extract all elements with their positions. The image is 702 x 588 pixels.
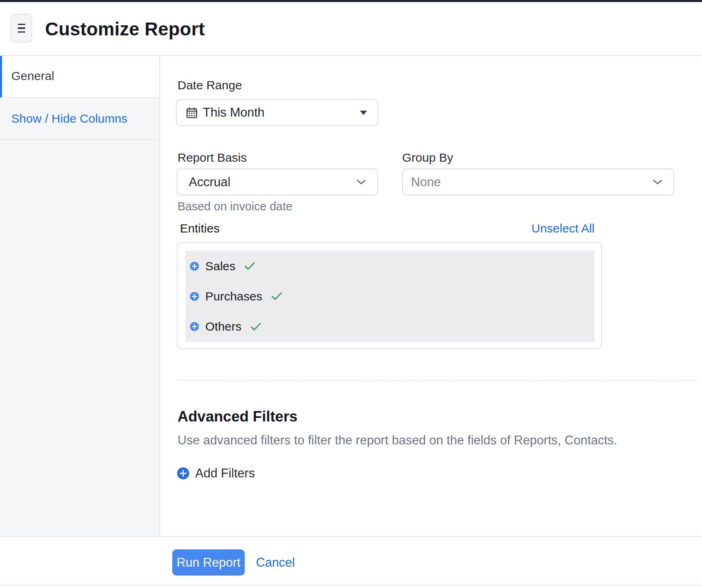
group-by-select[interactable]: None <box>402 169 674 195</box>
add-filters-button[interactable]: Add Filters <box>177 465 255 481</box>
date-range-value: This Month <box>203 105 264 120</box>
advanced-filters-title: Advanced Filters <box>178 408 297 425</box>
report-basis-helper: Based on invoice date <box>178 200 292 213</box>
plus-circle-icon[interactable] <box>190 292 199 301</box>
group-by-value: None <box>411 175 441 189</box>
entities-box: Sales Purchases <box>177 242 602 349</box>
entity-label: Sales <box>205 259 235 273</box>
sidebar-item-show-hide-columns[interactable]: Show / Hide Columns <box>0 98 159 140</box>
entities-list: Sales Purchases <box>186 251 595 342</box>
sidebar-item-general[interactable]: General <box>0 56 159 98</box>
entity-row-sales[interactable]: Sales <box>186 251 595 281</box>
entity-row-others[interactable]: Others <box>186 312 595 342</box>
calendar-icon <box>186 107 198 119</box>
section-divider <box>176 380 696 381</box>
entity-row-purchases[interactable]: Purchases <box>186 281 595 311</box>
chevron-down-icon <box>357 179 366 185</box>
entities-label: Entities <box>180 222 219 235</box>
run-report-button[interactable]: Run Report <box>172 549 245 576</box>
entity-label: Purchases <box>205 290 262 303</box>
sidebar-item-show-hide-columns-label: Show / Hide Columns <box>11 112 127 125</box>
customize-report-page: Customize Report General Show / Hide Col… <box>0 0 702 588</box>
header: Customize Report <box>0 2 702 56</box>
entity-label: Others <box>205 320 242 333</box>
date-range-select[interactable]: This Month <box>176 99 378 126</box>
report-basis-value: Accrual <box>189 175 230 189</box>
group-by-label: Group By <box>402 151 453 164</box>
hamburger-icon <box>18 24 25 33</box>
general-panel: Date Range This Month Report Basis Accru… <box>160 56 702 536</box>
check-icon <box>250 323 261 331</box>
plus-circle-icon[interactable] <box>190 262 199 271</box>
sidebar-item-general-label: General <box>11 69 54 82</box>
plus-circle-icon <box>177 467 189 479</box>
plus-circle-icon[interactable] <box>190 322 199 331</box>
report-basis-label: Report Basis <box>178 151 247 164</box>
menu-button[interactable] <box>10 14 32 43</box>
check-icon <box>271 292 282 300</box>
cancel-button[interactable]: Cancel <box>256 549 295 576</box>
unselect-all-link[interactable]: Unselect All <box>531 222 595 235</box>
chevron-down-icon <box>653 179 662 185</box>
add-filters-label: Add Filters <box>195 466 255 481</box>
sidebar: General Show / Hide Columns <box>0 56 160 536</box>
footer-bar: Run Report Cancel <box>0 536 702 586</box>
page-title: Customize Report <box>45 2 205 56</box>
report-basis-select[interactable]: Accrual <box>177 169 378 195</box>
date-range-label: Date Range <box>178 78 242 92</box>
advanced-filters-description: Use advanced filters to filter the repor… <box>178 433 617 448</box>
caret-down-icon <box>360 111 367 115</box>
check-icon <box>244 262 255 270</box>
